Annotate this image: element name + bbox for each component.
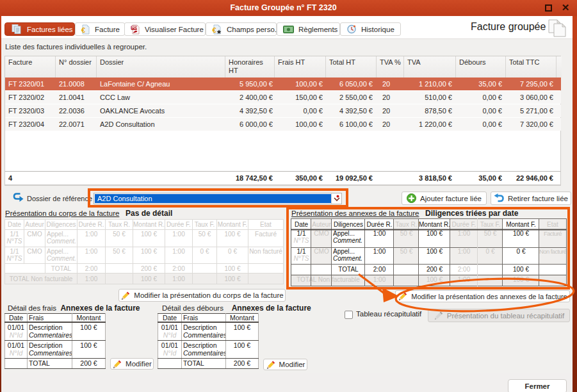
svg-text:€: € (81, 26, 85, 33)
svg-text:€: € (213, 26, 216, 33)
svg-text:PDF: PDF (131, 26, 139, 29)
